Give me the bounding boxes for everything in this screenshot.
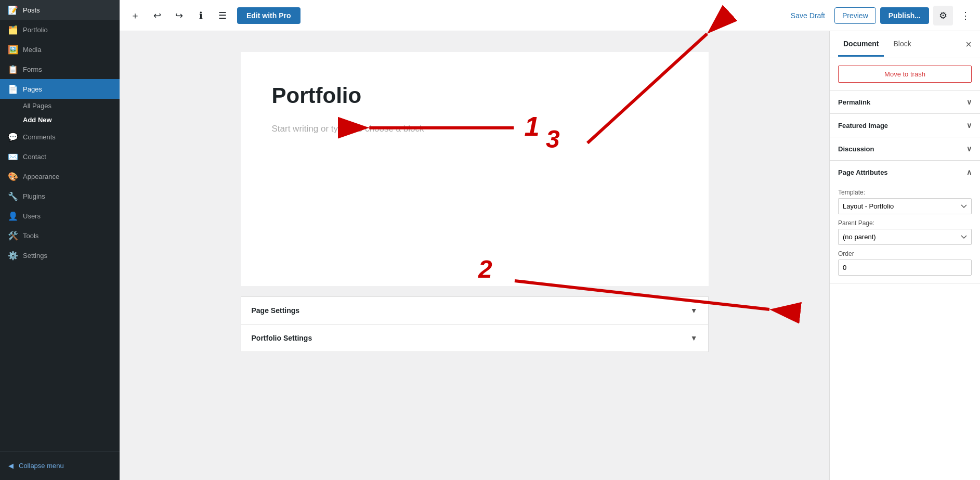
featured-image-header[interactable]: Featured Image ∨ — [830, 114, 980, 137]
sidebar-item-label-users: Users — [23, 212, 41, 220]
users-icon: 👤 — [8, 211, 18, 220]
collapse-icon: ◀ — [8, 462, 14, 470]
page-attributes-section: Page Attributes ∧ Template: Layout - Por… — [830, 161, 980, 283]
collapse-menu-item[interactable]: ◀ Collapse menu — [0, 457, 120, 475]
permalink-label: Permalink — [838, 98, 870, 106]
permalink-chevron: ∨ — [966, 98, 972, 106]
sidebar-item-label-contact: Contact — [23, 153, 46, 161]
page-settings-panel[interactable]: Page Settings ▼ — [241, 297, 708, 325]
settings-button[interactable]: ⚙ — [933, 6, 953, 25]
template-select[interactable]: Layout - Portfolio Default Template Layo… — [838, 198, 972, 214]
discussion-header[interactable]: Discussion ∨ — [830, 137, 980, 160]
pages-icon: 📄 — [8, 84, 18, 94]
sidebar-item-label-posts: Posts — [23, 6, 40, 14]
parent-page-select[interactable]: (no parent) — [838, 229, 972, 245]
featured-image-label: Featured Image — [838, 122, 888, 129]
tab-document[interactable]: Document — [838, 32, 884, 57]
sidebar-item-contact[interactable]: ✉️Contact — [0, 147, 120, 166]
redo-button[interactable]: ↪ — [169, 6, 188, 25]
sidebar-item-appearance[interactable]: 🎨Appearance — [0, 166, 120, 186]
collapse-menu-label: Collapse menu — [19, 462, 64, 470]
sidebar: 📝Posts🗂️Portfolio🖼️Media📋Forms📄PagesAll … — [0, 0, 120, 480]
page-settings-label: Page Settings — [252, 306, 300, 315]
media-icon: 🖼️ — [8, 45, 18, 54]
info-button[interactable]: ℹ — [191, 6, 210, 25]
sidebar-item-users[interactable]: 👤Users — [0, 206, 120, 226]
permalink-header[interactable]: Permalink ∨ — [830, 90, 980, 113]
sidebar-item-tools[interactable]: 🛠️Tools — [0, 226, 120, 245]
editor-placeholder[interactable]: Start writing or type / to choose a bloc… — [272, 124, 677, 134]
sidebar-item-label-settings: Settings — [23, 252, 47, 260]
sidebar-item-label-appearance: Appearance — [23, 173, 59, 180]
page-attributes-body: Template: Layout - Portfolio Default Tem… — [830, 189, 980, 283]
sidebar-item-portfolio[interactable]: 🗂️Portfolio — [0, 20, 120, 40]
undo-button[interactable]: ↩ — [148, 6, 166, 25]
portfolio-settings-label: Portfolio Settings — [252, 334, 312, 342]
editor-block: Portfolio Start writing or type / to cho… — [241, 52, 709, 286]
sidebar-item-forms[interactable]: 📋Forms — [0, 59, 120, 79]
move-to-trash-button[interactable]: Move to trash — [838, 66, 972, 83]
page-attributes-label: Page Attributes — [838, 168, 888, 176]
order-label: Order — [838, 250, 972, 257]
featured-image-section: Featured Image ∨ — [830, 114, 980, 137]
contact-icon: ✉️ — [8, 152, 18, 161]
sidebar-item-plugins[interactable]: 🔧Plugins — [0, 186, 120, 206]
order-input[interactable] — [838, 260, 972, 276]
content-panel-wrapper: Portfolio Start writing or type / to cho… — [120, 31, 980, 480]
posts-icon: 📝 — [8, 5, 18, 15]
toolbar: ＋ ↩ ↪ ℹ ☰ Edit with Pro Save Draft Previ… — [120, 0, 980, 31]
tools-icon: 🛠️ — [8, 231, 18, 240]
settings-icon: ⚙️ — [8, 251, 18, 260]
sidebar-item-label-tools: Tools — [23, 232, 38, 240]
editor-area: Portfolio Start writing or type / to cho… — [120, 31, 829, 480]
page-attributes-header[interactable]: Page Attributes ∧ — [830, 161, 980, 184]
right-panel: Document Block × Move to trash Permalink… — [829, 31, 980, 480]
tab-block[interactable]: Block — [888, 32, 916, 57]
sidebar-item-comments[interactable]: 💬Comments — [0, 127, 120, 147]
discussion-section: Discussion ∨ — [830, 137, 980, 161]
portfolio-icon: 🗂️ — [8, 25, 18, 34]
sidebar-item-label-comments: Comments — [23, 133, 56, 141]
move-to-trash-section: Move to trash — [830, 58, 980, 90]
list-view-button[interactable]: ☰ — [213, 6, 232, 25]
comments-icon: 💬 — [8, 132, 18, 141]
close-panel-button[interactable]: × — [965, 38, 972, 50]
sidebar-item-settings[interactable]: ⚙️Settings — [0, 245, 120, 265]
edit-with-pro-button[interactable]: Edit with Pro — [237, 7, 300, 24]
permalink-section: Permalink ∨ — [830, 90, 980, 114]
publish-button[interactable]: Publish... — [880, 7, 929, 24]
appearance-icon: 🎨 — [8, 172, 18, 181]
editor-bottom-panels: Page Settings ▼ Portfolio Settings ▼ — [241, 296, 709, 352]
forms-icon: 📋 — [8, 64, 18, 74]
discussion-label: Discussion — [838, 145, 874, 153]
plugins-icon: 🔧 — [8, 191, 18, 201]
toolbar-right: Save Draft Preview Publish... ⚙ ⋮ — [786, 6, 974, 25]
featured-image-chevron: ∨ — [966, 121, 972, 129]
sidebar-item-media[interactable]: 🖼️Media — [0, 40, 120, 59]
sidebar-item-label-portfolio: Portfolio — [23, 26, 48, 34]
more-options-button[interactable]: ⋮ — [957, 7, 974, 24]
sidebar-sub-all-pages[interactable]: All Pages — [0, 99, 120, 113]
template-label: Template: — [838, 189, 972, 196]
sidebar-item-label-media: Media — [23, 46, 41, 54]
preview-button[interactable]: Preview — [834, 7, 876, 24]
portfolio-settings-panel[interactable]: Portfolio Settings ▼ — [241, 325, 708, 352]
add-block-button[interactable]: ＋ — [126, 6, 145, 25]
right-panel-header: Document Block × — [830, 31, 980, 58]
save-draft-button[interactable]: Save Draft — [786, 8, 830, 23]
sidebar-sub-add-new[interactable]: Add New — [0, 113, 120, 127]
main-area: ＋ ↩ ↪ ℹ ☰ Edit with Pro Save Draft Previ… — [120, 0, 980, 480]
sidebar-item-posts[interactable]: 📝Posts — [0, 0, 120, 20]
parent-page-label: Parent Page: — [838, 219, 972, 227]
page-attributes-chevron: ∧ — [966, 168, 972, 176]
discussion-chevron: ∨ — [966, 145, 972, 153]
sidebar-item-label-pages: Pages — [23, 85, 42, 93]
portfolio-settings-chevron: ▼ — [690, 334, 698, 342]
page-settings-chevron: ▼ — [690, 306, 698, 315]
sidebar-item-pages[interactable]: 📄Pages — [0, 79, 120, 99]
sidebar-item-label-forms: Forms — [23, 66, 42, 73]
sidebar-item-label-plugins: Plugins — [23, 192, 45, 200]
page-title[interactable]: Portfolio — [272, 83, 677, 108]
